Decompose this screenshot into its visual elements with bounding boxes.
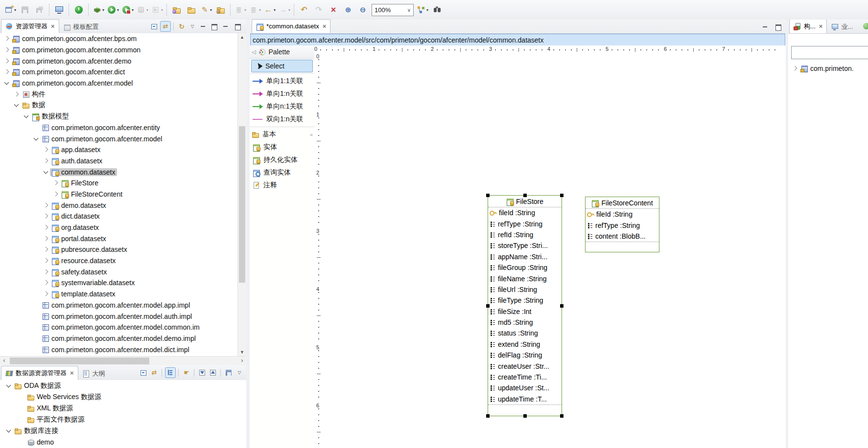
scroll-down-icon[interactable]: ▼ <box>238 348 246 357</box>
chevron-expanded-icon[interactable] <box>32 135 40 143</box>
entity-attribute[interactable]: storeType :Stri... <box>488 240 562 251</box>
selection-handle[interactable] <box>523 414 527 418</box>
entity-attribute[interactable]: md5 :String <box>488 317 562 328</box>
chevron-collapsed-icon[interactable] <box>42 279 50 287</box>
entity-attribute[interactable]: status :String <box>488 328 562 338</box>
tree-item[interactable]: systemvariable.datasetx <box>0 277 246 289</box>
tree-item[interactable]: resource.datasetx <box>0 255 246 267</box>
tree-item[interactable]: portal.datasetx <box>0 233 246 244</box>
zoom-out-button[interactable]: ⊖ <box>355 3 370 17</box>
chevron-collapsed-icon[interactable] <box>3 68 11 76</box>
zoom-level-combo[interactable]: 100%∨ <box>372 4 414 16</box>
tree-item[interactable]: 数据模型 <box>0 111 246 122</box>
chevron-expanded-icon[interactable] <box>3 79 11 87</box>
entity-attribute[interactable]: fileGroup :String <box>488 262 562 273</box>
back-button[interactable]: ←▾ <box>262 3 277 17</box>
maximize-button[interactable] <box>233 22 242 31</box>
eos-server-button[interactable] <box>71 3 86 17</box>
deploy-pencil-button[interactable]: ✎▾ <box>199 3 213 17</box>
chevron-expanded-icon[interactable] <box>13 101 21 109</box>
chevron-collapsed-icon[interactable] <box>42 146 50 154</box>
close-icon[interactable]: × <box>51 22 55 30</box>
entity-attribute[interactable]: fileId :String <box>488 207 562 218</box>
right-tab[interactable]: 业... <box>827 20 857 33</box>
tree-item[interactable]: com.primeton.gocom.afcenter.demo <box>0 55 246 67</box>
entity-attribute[interactable]: fileName :String <box>488 273 562 284</box>
tree-item[interactable]: 构件 <box>0 89 246 100</box>
console-button[interactable] <box>52 3 67 17</box>
chevron-collapsed-icon[interactable] <box>3 57 11 65</box>
tree-item[interactable]: com.primeton.gocom.afcenter.common <box>0 45 246 56</box>
entity-attribute[interactable]: appName :Stri... <box>488 251 562 262</box>
undo-button[interactable]: ↶ <box>297 3 311 17</box>
refresh-button[interactable]: ↻ <box>177 22 187 31</box>
tree-item[interactable]: demo <box>0 436 246 448</box>
scrollbar-thumb[interactable] <box>10 358 149 364</box>
tree-item[interactable]: com.primeton.gocom.afcenter.bps.om <box>0 33 246 45</box>
entity-attribute[interactable]: updateTime :T... <box>488 394 562 404</box>
tree-item[interactable]: com.primeton. <box>788 63 868 74</box>
selection-handle[interactable] <box>523 194 527 197</box>
entity-attribute[interactable]: refType :String <box>488 218 562 229</box>
entity-attribute[interactable]: fileId :String <box>586 209 659 220</box>
chevron-collapsed-icon[interactable] <box>52 179 60 187</box>
right-tab[interactable]: 构...× <box>789 20 827 33</box>
palette-item-persist-entity[interactable]: 持久化实体 <box>250 154 314 166</box>
tree-item[interactable]: template.datasetx <box>0 289 246 300</box>
tree-item[interactable]: common.datasetx <box>0 166 246 178</box>
tree-item[interactable]: pubresource.datasetx <box>0 244 246 255</box>
import-folder-button[interactable] <box>169 3 184 17</box>
entity-attribute[interactable]: content :BlobB... <box>586 231 659 242</box>
datasource-tab[interactable]: 数据源资源管理器× <box>1 366 78 380</box>
palette-collapse-icon[interactable]: ◁ <box>252 49 256 55</box>
chevron-collapsed-icon[interactable] <box>42 290 50 298</box>
chevron-collapsed-icon[interactable] <box>42 246 50 253</box>
chevron-collapsed-icon[interactable] <box>13 90 21 98</box>
selection-handle[interactable] <box>486 194 490 197</box>
tree-item[interactable]: com.primeton.gocom.afcenter.model <box>0 78 246 89</box>
explorer-vertical-scrollbar[interactable]: ▲ ▼ <box>237 33 246 357</box>
entity-attribute[interactable]: createUser :Str... <box>488 360 562 371</box>
chevron-collapsed-icon[interactable] <box>42 224 50 231</box>
selection-handle[interactable] <box>560 414 563 418</box>
scroll-up-icon[interactable]: ▲ <box>238 33 246 42</box>
tree-item[interactable]: com.primeton.gocom.afcenter.model.app.im… <box>0 300 246 311</box>
view-menu-button[interactable]: ▽ <box>188 22 197 31</box>
tree-item[interactable]: com.primeton.gocom.afcenter.model.auth.i… <box>0 311 246 322</box>
search-input[interactable] <box>791 46 868 59</box>
tree-item[interactable]: Web Services 数据源 <box>0 391 246 403</box>
left-sash[interactable] <box>246 20 250 448</box>
close-icon[interactable]: × <box>323 22 327 30</box>
export-config-button[interactable] <box>208 368 218 378</box>
search-button[interactable] <box>430 3 445 17</box>
explorer-tab[interactable]: 资源管理器× <box>1 19 59 33</box>
entity-attribute[interactable]: refType :String <box>586 220 659 230</box>
editor-maximize-button[interactable] <box>773 22 783 32</box>
open-folder-button[interactable] <box>184 3 199 17</box>
entity-attribute[interactable]: fileSize :Int <box>488 306 562 317</box>
entity-attribute[interactable]: createTime :Ti... <box>488 372 562 382</box>
palette-item-entity[interactable]: 实体 <box>250 141 314 154</box>
collapse-all-button[interactable] <box>139 368 148 378</box>
palette-relation-tool[interactable]: 单向n:1关联 <box>250 100 314 113</box>
chevron-expanded-icon[interactable] <box>5 427 13 435</box>
selection-handle[interactable] <box>486 414 490 418</box>
selection-handle[interactable] <box>560 194 563 197</box>
chevron-expanded-icon[interactable] <box>23 112 30 120</box>
collapse-all-button[interactable] <box>149 22 159 31</box>
link-editor-button[interactable]: ⇄ <box>160 21 171 32</box>
tree-item[interactable]: safety.datasetx <box>0 266 246 277</box>
minimize-button[interactable] <box>198 22 208 31</box>
entity-attribute[interactable]: fileUrl :String <box>488 284 562 295</box>
explorer-tab[interactable]: 模板配置 <box>59 20 103 33</box>
close-icon[interactable]: × <box>819 22 823 30</box>
new-wizard-button[interactable]: ▾ <box>3 3 18 17</box>
tree-item[interactable]: 数据库连接 <box>0 425 246 436</box>
close-icon[interactable]: × <box>70 369 74 377</box>
save-local-button[interactable] <box>224 368 234 378</box>
chevron-collapsed-icon[interactable] <box>42 257 50 265</box>
tree-item[interactable]: com.primeton.gocom.afcenter.model.demo.i… <box>0 333 246 344</box>
palette-relation-tool[interactable]: 单向1:n关联 <box>250 88 314 100</box>
package-folder-button[interactable] <box>213 3 228 17</box>
editor-tab-common-datasetx[interactable]: *common.datasetx × <box>252 19 330 33</box>
